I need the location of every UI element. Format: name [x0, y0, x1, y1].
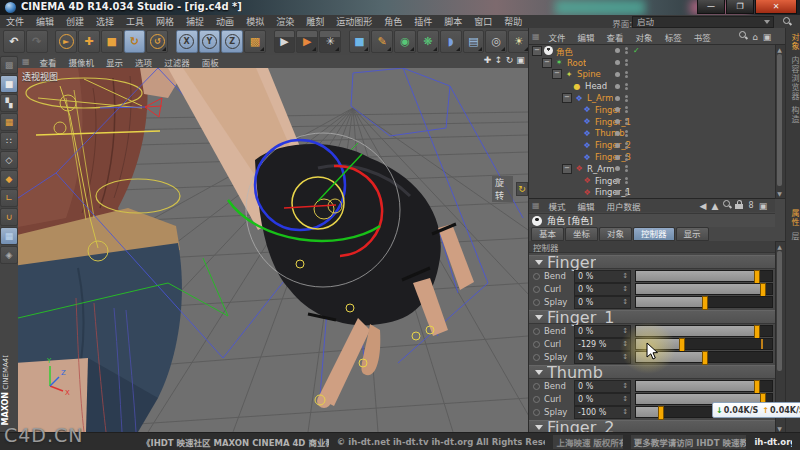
expand-toggle-icon[interactable]: − [542, 58, 552, 68]
keyframe-dot-icon[interactable] [533, 299, 540, 306]
tree-row-Head[interactable]: ●Head [529, 80, 775, 92]
tab-对象[interactable]: 对象 [599, 227, 632, 241]
tree-row-Finger[interactable]: ❖Finger [529, 104, 775, 116]
toolbar-coordinate-system[interactable]: ▩ [244, 30, 266, 53]
expand-toggle-icon[interactable]: − [532, 46, 542, 56]
tab-坐标[interactable]: 坐标 [565, 227, 598, 241]
menu-item-帮助[interactable]: 帮助 [498, 15, 528, 28]
render-visibility-dots[interactable] [625, 153, 628, 161]
toolbar-scale-tool[interactable]: ■ [101, 30, 123, 53]
render-visibility-dots[interactable] [625, 141, 628, 149]
side-tab-内容浏览器[interactable]: 内容浏览器 [789, 56, 800, 101]
left-make-editable-button[interactable]: ▩ [0, 56, 18, 74]
visibility-dots[interactable] [615, 177, 628, 185]
minimize-button[interactable]: — [697, 0, 725, 14]
editor-visibility-dot[interactable] [615, 131, 620, 136]
render-visibility-dots[interactable] [625, 188, 628, 196]
editor-visibility-dot[interactable] [615, 48, 620, 53]
om-panel-icon[interactable]: ▣ [761, 32, 773, 42]
menu-item-查看[interactable]: 查看 [34, 56, 63, 68]
visibility-dots[interactable] [615, 59, 628, 67]
group-header-Thumb[interactable]: Thumb [529, 365, 775, 379]
site-link[interactable]: ih-dt.org [754, 437, 792, 447]
editor-visibility-dot[interactable] [615, 72, 620, 77]
render-visibility-dots[interactable] [625, 70, 628, 78]
visibility-dots[interactable] [615, 94, 628, 102]
left-texture-mode-button[interactable]: ▚ [0, 94, 18, 112]
toolbar-live-selection-tool[interactable]: ► [55, 30, 77, 53]
menu-item-编辑[interactable]: 编辑 [572, 200, 601, 212]
group-header-Finger[interactable]: Finger [529, 255, 775, 269]
menu-item-窗口[interactable]: 窗口 [468, 15, 498, 28]
value-field[interactable]: 0 %↕ [574, 270, 631, 283]
stepper-icon[interactable]: ↕ [622, 326, 628, 337]
menu-item-过滤器[interactable]: 过滤器 [158, 56, 196, 68]
menu-item-动画[interactable]: 动画 [210, 15, 240, 28]
toolbar-add-environment-button[interactable]: ▤ [463, 30, 485, 53]
menu-item-编辑[interactable]: 编辑 [572, 31, 601, 43]
toolbar-rotate-tool[interactable]: ↻ [124, 30, 146, 53]
menu-item-脚本[interactable]: 脚本 [438, 15, 468, 28]
editor-visibility-dot[interactable] [615, 143, 620, 148]
render-visibility-dots[interactable] [625, 165, 628, 173]
toolbar-redo-button[interactable]: ↷ [26, 30, 48, 53]
stepper-icon[interactable]: ↕ [622, 284, 628, 295]
slider-handle[interactable] [754, 325, 760, 339]
left-edges-mode-button[interactable]: ◇ [0, 151, 18, 169]
render-visibility-dots[interactable] [625, 118, 628, 126]
slider-handle[interactable] [658, 406, 664, 420]
visibility-dots[interactable] [615, 118, 628, 126]
toolbar-lock-y-axis[interactable]: Y [199, 30, 221, 53]
tree-row-Finger_2[interactable]: ❖Finger_2 [529, 139, 775, 151]
tree-row-Finger_3[interactable]: ❖Finger_3 [529, 151, 775, 163]
menu-item-对象[interactable]: 对象 [630, 31, 659, 43]
stepper-icon[interactable]: ↕ [622, 297, 628, 308]
slider-track[interactable] [635, 270, 773, 282]
left-workplane-button[interactable]: ▦ [0, 227, 18, 245]
left-polygons-mode-button[interactable]: ◆ [0, 170, 18, 188]
link-icon[interactable]: 8 [745, 201, 757, 210]
render-visibility-dots[interactable] [625, 47, 628, 55]
slider-track[interactable] [635, 283, 773, 295]
menu-item-用户数据[interactable]: 用户数据 [601, 200, 647, 212]
visibility-dots[interactable] [615, 106, 628, 114]
editor-visibility-dot[interactable] [615, 190, 620, 195]
toolbar-render-picture-viewer-button[interactable]: ▶ [296, 30, 318, 53]
slider-handle[interactable] [754, 270, 760, 284]
visibility-dots[interactable] [615, 82, 628, 90]
menu-item-文件[interactable]: 文件 [0, 15, 30, 28]
editor-visibility-dot[interactable] [615, 178, 620, 183]
toolbar-render-view-button[interactable]: ▶ [274, 30, 296, 53]
expand-toggle-icon[interactable]: − [562, 93, 572, 103]
value-field[interactable]: 0 %↕ [574, 283, 631, 296]
toolbar-lock-x-axis[interactable]: X [176, 30, 198, 53]
keyframe-dot-icon[interactable] [533, 341, 540, 348]
slider-handle[interactable] [679, 338, 685, 352]
visibility-dots[interactable] [615, 188, 628, 196]
tree-row-角色[interactable]: −角色✓ [529, 45, 775, 57]
keyframe-dot-icon[interactable] [533, 354, 540, 361]
slider-handle[interactable] [760, 283, 766, 297]
stepper-icon[interactable]: ↕ [622, 407, 628, 418]
render-visibility-dots[interactable] [625, 94, 628, 102]
slider-track[interactable] [635, 325, 773, 337]
keyframe-dot-icon[interactable] [533, 328, 540, 335]
search-icon[interactable] [783, 17, 792, 26]
menu-item-工具[interactable]: 工具 [120, 15, 150, 28]
tab-基本[interactable]: 基本 [531, 227, 564, 241]
menu-item-文件[interactable]: 文件 [543, 31, 572, 43]
toolbar-move-tool[interactable]: ✚ [78, 30, 100, 53]
menu-item-书签[interactable]: 书签 [688, 31, 717, 43]
left-workplane-mode-button[interactable]: ◈ [0, 246, 18, 264]
menu-item-网格[interactable]: 网格 [150, 15, 180, 28]
viewport-scene[interactable]: Y X Z [18, 68, 528, 432]
menu-item-渲染[interactable]: 渲染 [270, 15, 300, 28]
slider-track[interactable] [635, 296, 773, 308]
editor-visibility-dot[interactable] [615, 96, 620, 101]
panel-grip-icon[interactable]: ▦ [18, 57, 34, 66]
group-header-Finger_2[interactable]: Finger_2 [529, 420, 775, 432]
am-panel-icon[interactable]: ▣ [757, 201, 769, 211]
menu-item-捕捉[interactable]: 捕捉 [180, 15, 210, 28]
keyframe-dot-icon[interactable] [533, 273, 540, 280]
value-field[interactable]: 0 %↕ [574, 351, 631, 364]
